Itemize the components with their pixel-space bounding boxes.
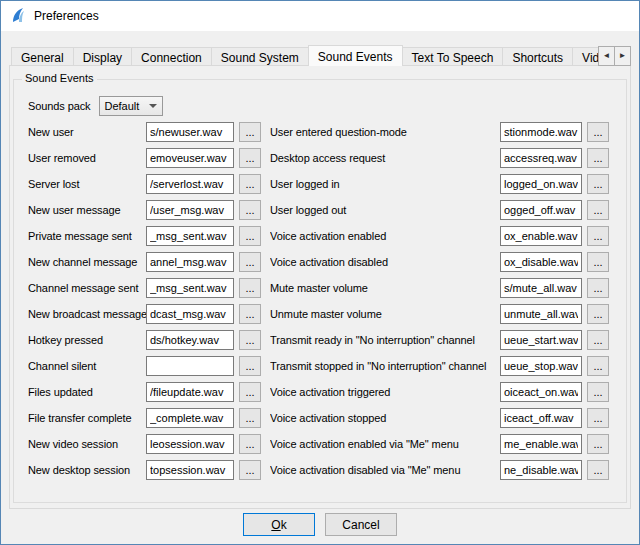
sound-file-input[interactable] bbox=[500, 434, 582, 454]
browse-button[interactable]: ... bbox=[587, 200, 609, 220]
browse-button[interactable]: ... bbox=[239, 382, 261, 402]
sound-file-input[interactable] bbox=[146, 148, 234, 168]
sound-event-row: Channel silent ... Transmit stopped in "… bbox=[28, 356, 612, 376]
sound-event-row: User removed ... Desktop access request … bbox=[28, 148, 612, 168]
browse-button[interactable]: ... bbox=[587, 122, 609, 142]
sound-event-label: Voice activation stopped bbox=[270, 412, 500, 424]
sound-event-row: New video session ... Voice activation e… bbox=[28, 434, 612, 454]
sounds-pack-value: Default bbox=[105, 100, 140, 112]
browse-button[interactable]: ... bbox=[587, 330, 609, 350]
sound-file-input[interactable] bbox=[500, 252, 582, 272]
dialog-content: GeneralDisplayConnectionSound SystemSoun… bbox=[1, 31, 639, 536]
browse-button[interactable]: ... bbox=[587, 434, 609, 454]
browse-button[interactable]: ... bbox=[587, 148, 609, 168]
browse-button[interactable]: ... bbox=[587, 356, 609, 376]
sound-file-input[interactable] bbox=[500, 122, 582, 142]
sound-event-row: Private message sent ... Voice activatio… bbox=[28, 226, 612, 246]
window-title: Preferences bbox=[34, 9, 99, 23]
sound-file-input[interactable] bbox=[146, 382, 234, 402]
sound-file-input[interactable] bbox=[500, 356, 582, 376]
sound-file-input[interactable] bbox=[146, 434, 234, 454]
sounds-pack-select[interactable]: Default bbox=[99, 96, 163, 116]
browse-button[interactable]: ... bbox=[587, 304, 609, 324]
tab-connection[interactable]: Connection bbox=[131, 47, 212, 66]
sound-event-label: Voice activation disabled bbox=[270, 256, 500, 268]
sound-file-input[interactable] bbox=[146, 330, 234, 350]
sound-file-input[interactable] bbox=[146, 356, 234, 376]
browse-button[interactable]: ... bbox=[587, 408, 609, 428]
sound-event-label: Hotkey pressed bbox=[28, 334, 146, 346]
tab-scroller: ◄ ► bbox=[598, 46, 631, 66]
browse-button[interactable]: ... bbox=[239, 200, 261, 220]
tab-shortcuts[interactable]: Shortcuts bbox=[502, 47, 573, 66]
tab-scroll-right-button[interactable]: ► bbox=[614, 46, 631, 66]
browse-button[interactable]: ... bbox=[239, 408, 261, 428]
browse-button[interactable]: ... bbox=[239, 304, 261, 324]
ok-button[interactable]: Ok bbox=[243, 513, 315, 536]
sound-file-input[interactable] bbox=[500, 148, 582, 168]
app-logo-icon bbox=[10, 7, 26, 26]
chevron-down-icon bbox=[149, 104, 157, 108]
browse-button[interactable]: ... bbox=[239, 278, 261, 298]
sound-file-input[interactable] bbox=[500, 200, 582, 220]
sound-event-label: Private message sent bbox=[28, 230, 146, 242]
sound-file-input[interactable] bbox=[500, 460, 582, 480]
browse-button[interactable]: ... bbox=[239, 434, 261, 454]
groupbox-title: Sound Events bbox=[22, 72, 97, 84]
sound-file-input[interactable] bbox=[500, 382, 582, 402]
sound-event-label: Server lost bbox=[28, 178, 146, 190]
sound-file-input[interactable] bbox=[146, 408, 234, 428]
browse-button[interactable]: ... bbox=[587, 226, 609, 246]
sound-file-input[interactable] bbox=[500, 304, 582, 324]
tab-text-to-speech[interactable]: Text To Speech bbox=[402, 47, 504, 66]
browse-button[interactable]: ... bbox=[239, 460, 261, 480]
sound-file-input[interactable] bbox=[146, 226, 234, 246]
sound-file-input[interactable] bbox=[146, 304, 234, 324]
sound-event-label: Channel message sent bbox=[28, 282, 146, 294]
browse-button[interactable]: ... bbox=[587, 278, 609, 298]
browse-button[interactable]: ... bbox=[587, 174, 609, 194]
tab-page-sound-events: Sound Events Sounds pack Default New use… bbox=[9, 65, 631, 509]
sound-events-rows: New user ... User entered question-mode … bbox=[28, 122, 612, 480]
sound-event-label: Channel silent bbox=[28, 360, 146, 372]
browse-button[interactable]: ... bbox=[587, 460, 609, 480]
cancel-button[interactable]: Cancel bbox=[325, 513, 397, 536]
sound-file-input[interactable] bbox=[146, 252, 234, 272]
tab-sound-events[interactable]: Sound Events bbox=[308, 45, 403, 66]
sound-file-input[interactable] bbox=[146, 460, 234, 480]
tab-display[interactable]: Display bbox=[73, 47, 132, 66]
sound-file-input[interactable] bbox=[500, 330, 582, 350]
browse-button[interactable]: ... bbox=[239, 330, 261, 350]
sound-event-row: File transfer complete ... Voice activat… bbox=[28, 408, 612, 428]
sound-event-label: Voice activation enabled via "Me" menu bbox=[270, 438, 500, 450]
browse-button[interactable]: ... bbox=[239, 226, 261, 246]
browse-button[interactable]: ... bbox=[239, 122, 261, 142]
sound-event-label: Transmit stopped in "No interruption" ch… bbox=[270, 360, 500, 372]
sound-file-input[interactable] bbox=[500, 278, 582, 298]
browse-button[interactable]: ... bbox=[239, 174, 261, 194]
sound-event-label: File transfer complete bbox=[28, 412, 146, 424]
sound-event-label: User entered question-mode bbox=[270, 126, 500, 138]
sound-events-groupbox: Sound Events Sounds pack Default New use… bbox=[13, 79, 627, 503]
tab-sound-system[interactable]: Sound System bbox=[211, 47, 309, 66]
sound-event-label: New user message bbox=[28, 204, 146, 216]
sound-event-row: New user message ... User logged out ... bbox=[28, 200, 612, 220]
browse-button[interactable]: ... bbox=[239, 356, 261, 376]
sound-event-label: Files updated bbox=[28, 386, 146, 398]
sound-event-label: New user bbox=[28, 126, 146, 138]
browse-button[interactable]: ... bbox=[239, 148, 261, 168]
browse-button[interactable]: ... bbox=[587, 382, 609, 402]
sound-file-input[interactable] bbox=[146, 200, 234, 220]
sound-event-label: New channel message bbox=[28, 256, 146, 268]
sound-file-input[interactable] bbox=[146, 278, 234, 298]
sound-file-input[interactable] bbox=[146, 174, 234, 194]
tab-scroll-left-button[interactable]: ◄ bbox=[598, 46, 615, 66]
sound-file-input[interactable] bbox=[146, 122, 234, 142]
sound-file-input[interactable] bbox=[500, 174, 582, 194]
browse-button[interactable]: ... bbox=[587, 252, 609, 272]
sound-file-input[interactable] bbox=[500, 226, 582, 246]
tab-general[interactable]: General bbox=[11, 47, 74, 66]
sound-event-row: Channel message sent ... Mute master vol… bbox=[28, 278, 612, 298]
sound-file-input[interactable] bbox=[500, 408, 582, 428]
browse-button[interactable]: ... bbox=[239, 252, 261, 272]
